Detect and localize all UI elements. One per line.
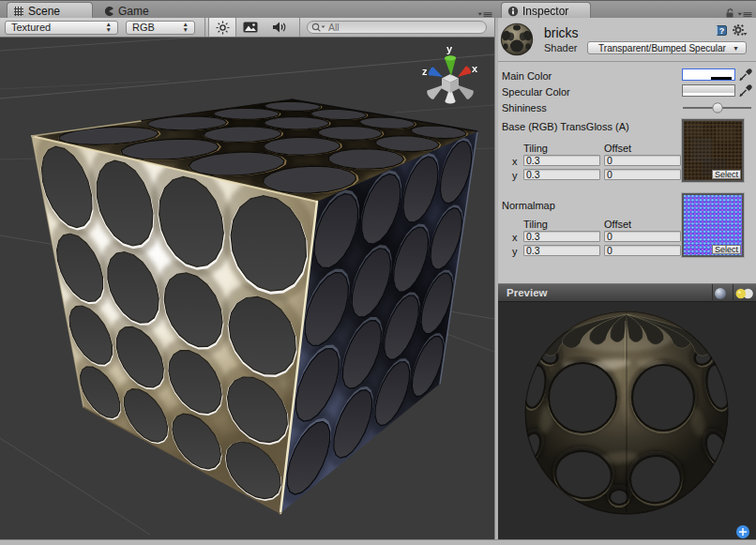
svg-text:?: ? — [719, 26, 725, 36]
svg-text:z: z — [422, 66, 428, 77]
svg-text:x: x — [472, 63, 478, 74]
svg-text:y: y — [446, 43, 453, 54]
